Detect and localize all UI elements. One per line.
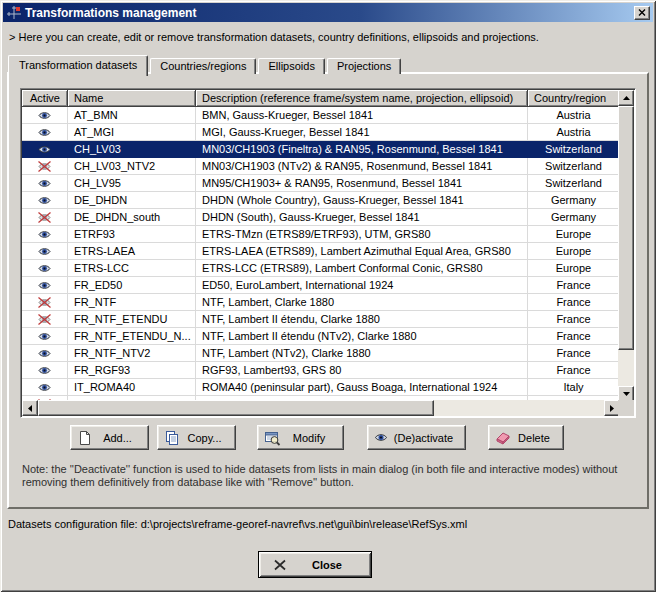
close-button[interactable]: Close <box>258 551 372 578</box>
copy-button[interactable]: Copy... <box>157 425 236 450</box>
dataset-name-cell: IT_ROMA40 <box>68 379 196 396</box>
table-row[interactable]: ETRS-LCC ETRS-LCC (ETRS89), Lambert Conf… <box>22 260 620 277</box>
titlebar-close-button[interactable] <box>634 6 650 20</box>
table-row[interactable]: ETRF93 ETRS-TMzn (ETRS89/ETRF93), UTM, G… <box>22 226 620 243</box>
delete-button-label: Delete <box>511 432 557 444</box>
table-row[interactable]: DE_DHDN_south DHDN (South), Gauss-Kruege… <box>22 209 620 226</box>
dataset-name-cell: DE_DHDN <box>68 192 196 209</box>
delete-button[interactable]: Delete <box>488 425 564 450</box>
new-document-icon <box>77 430 93 446</box>
active-cell <box>22 328 68 345</box>
dataset-description-cell: ROMA40 (peninsular part), Gauss Boaga, I… <box>196 379 528 396</box>
dataset-description-cell: MN03/CH1903 (NTv2) & RAN95, Rosenmund, B… <box>196 158 528 175</box>
dataset-country-cell: Germany <box>528 192 620 209</box>
table-row[interactable]: FR_NTF_ETENDU_N... NTF, Lambert II étend… <box>22 328 620 345</box>
active-cell <box>22 345 68 362</box>
tab-strip: Transformation datasets Countries/region… <box>8 54 403 74</box>
dataset-name-cell: ETRS-LAEA <box>68 243 196 260</box>
dataset-name-cell: FR_RGF93 <box>68 362 196 379</box>
dataset-description-cell: ED50, EuroLambert, International 1924 <box>196 277 528 294</box>
table-row[interactable]: AT_BMN BMN, Gauss-Krueger, Bessel 1841 A… <box>22 107 620 124</box>
active-cell <box>22 192 68 209</box>
dataset-country-cell: France <box>528 362 620 379</box>
table-row[interactable]: FR_NTF_ETENDU NTF, Lambert II étendu, Cl… <box>22 311 620 328</box>
deactivate-button[interactable]: (De)activate <box>367 425 466 450</box>
dataset-description-cell: NTF, Lambert, Clarke 1880 <box>196 294 528 311</box>
active-cell <box>22 124 68 141</box>
scrollbar-corner <box>618 400 634 416</box>
table-row[interactable]: FR_NTF_NTV2 NTF, Lambert (NTv2), Clarke … <box>22 345 620 362</box>
tab-ellipsoids[interactable]: Ellipsoids <box>258 58 324 74</box>
copy-button-label: Copy... <box>180 432 229 444</box>
table-row[interactable]: FR_NTF NTF, Lambert, Clarke 1880 France <box>22 294 620 311</box>
active-eye-icon <box>38 178 51 189</box>
dataset-country-cell: France <box>528 328 620 345</box>
active-eye-icon <box>38 229 51 240</box>
active-eye-icon <box>38 331 51 342</box>
table-row[interactable]: FR_RGF93 RGF93, Lambert93, GRS 80 France <box>22 362 620 379</box>
dataset-table-rows: AT_BMN BMN, Gauss-Krueger, Bessel 1841 A… <box>22 107 620 402</box>
active-cell <box>22 277 68 294</box>
column-header-country[interactable]: Country/region <box>528 90 620 107</box>
eye-icon <box>374 432 388 443</box>
add-button[interactable]: Add... <box>70 425 149 450</box>
table-header: Active Name Description (reference frame… <box>22 90 620 107</box>
dataset-country-cell: France <box>528 311 620 328</box>
dataset-description-cell: BMN, Gauss-Krueger, Bessel 1841 <box>196 107 528 124</box>
column-header-active[interactable]: Active <box>22 90 68 107</box>
table-row[interactable]: CH_LV03_NTV2 MN03/CH1903 (NTv2) & RAN95,… <box>22 158 620 175</box>
table-row[interactable]: IT_ROMA40 ROMA40 (peninsular part), Gaus… <box>22 379 620 396</box>
active-eye-icon <box>38 144 51 155</box>
dataset-name-cell: CH_LV03 <box>68 141 196 158</box>
dataset-description-cell: MGI, Gauss-Krueger, Bessel 1841 <box>196 124 528 141</box>
window-title: Transformations management <box>25 6 196 20</box>
deactivate-note: Note: the ''Deactivate'' function is use… <box>22 463 622 489</box>
dataset-country-cell: Germany <box>528 209 620 226</box>
column-header-description[interactable]: Description (reference frame/system name… <box>196 90 528 107</box>
active-cell <box>22 175 68 192</box>
table-row[interactable]: DE_DHDN DHDN (Whole Country), Gauss-Krue… <box>22 192 620 209</box>
dataset-name-cell: CH_LV03_NTV2 <box>68 158 196 175</box>
active-eye-icon <box>38 382 51 393</box>
active-cell <box>22 141 68 158</box>
active-cell <box>22 379 68 396</box>
active-cell <box>22 260 68 277</box>
active-eye-icon <box>38 348 51 359</box>
table-row[interactable]: FR_ED50 ED50, EuroLambert, International… <box>22 277 620 294</box>
horizontal-scroll-thumb[interactable] <box>38 400 434 416</box>
vertical-scrollbar[interactable] <box>618 90 634 402</box>
dataset-country-cell: Switzerland <box>528 175 620 192</box>
table-row[interactable]: AT_MGI MGI, Gauss-Krueger, Bessel 1841 A… <box>22 124 620 141</box>
active-cell <box>22 294 68 311</box>
active-cell <box>22 311 68 328</box>
modify-button[interactable]: Modify <box>257 425 344 450</box>
scroll-left-arrow-icon[interactable] <box>22 400 38 416</box>
deactivate-button-label: (De)activate <box>388 432 459 444</box>
table-row[interactable]: CH_LV95 MN95/CH1903+ & RAN95, Rosenmund,… <box>22 175 620 192</box>
dataset-description-cell: ETRS-LAEA (ETRS89), Lambert Azimuthal Eq… <box>196 243 528 260</box>
active-cell <box>22 243 68 260</box>
dataset-name-cell: AT_BMN <box>68 107 196 124</box>
dataset-description-cell: NTF, Lambert II étendu (NTv2), Clarke 18… <box>196 328 528 345</box>
vertical-scroll-thumb[interactable] <box>618 106 634 350</box>
dataset-description-cell: NTF, Lambert II étendu, Clarke 1880 <box>196 311 528 328</box>
dataset-country-cell: Switzerland <box>528 141 620 158</box>
dataset-name-cell: ETRS-LCC <box>68 260 196 277</box>
scroll-up-arrow-icon[interactable] <box>618 90 634 106</box>
add-button-label: Add... <box>93 432 142 444</box>
table-row[interactable]: ETRS-LAEA ETRS-LAEA (ETRS89), Lambert Az… <box>22 243 620 260</box>
tab-transformation-datasets[interactable]: Transformation datasets <box>8 55 148 76</box>
tab-countries-regions[interactable]: Countries/regions <box>150 58 256 74</box>
column-header-name[interactable]: Name <box>68 90 196 107</box>
inactive-eye-icon <box>38 314 51 325</box>
dataset-country-cell: Austria <box>528 107 620 124</box>
dataset-country-cell: Europe <box>528 260 620 277</box>
dataset-country-cell: Italy <box>528 379 620 396</box>
table-row[interactable]: CH_LV03 MN03/CH1903 (Fineltra) & RAN95, … <box>22 141 620 158</box>
titlebar[interactable]: Transformations management <box>3 3 653 22</box>
horizontal-scrollbar[interactable] <box>22 400 620 416</box>
dataset-description-cell: ETRS-TMzn (ETRS89/ETRF93), UTM, GRS80 <box>196 226 528 243</box>
tab-projections[interactable]: Projections <box>327 58 401 74</box>
inactive-eye-icon <box>38 212 51 223</box>
dataset-country-cell: Austria <box>528 124 620 141</box>
